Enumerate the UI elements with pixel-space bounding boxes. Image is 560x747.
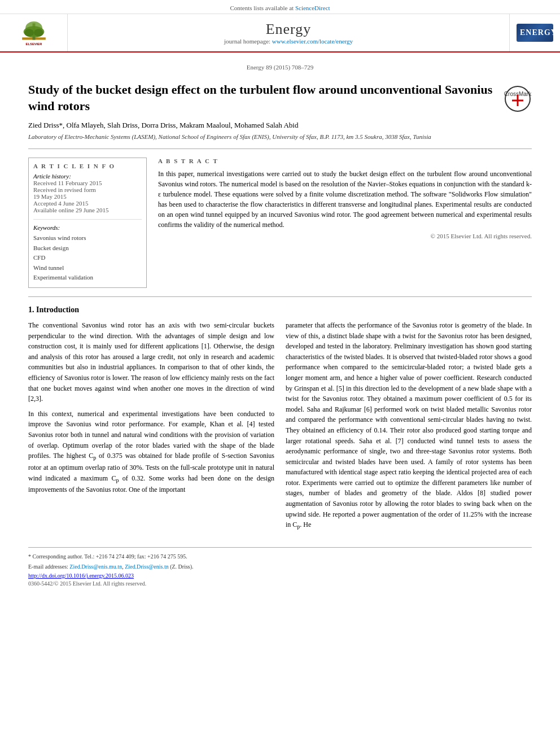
email-footnote: E-mail addresses: Zied.Driss@enis.mu.tn,… — [28, 562, 532, 571]
article-title: Study of the bucket design effect on the… — [28, 82, 495, 114]
authors-text: Zied Driss*, Olfa Mlayeh, Slah Driss, Do… — [28, 121, 298, 129]
mid-divider — [28, 296, 532, 297]
corresponding-footnote: * Corresponding author. Tel.: +216 74 27… — [28, 552, 532, 561]
revised-date: 19 May 2015 — [33, 193, 142, 200]
top-divider — [28, 148, 532, 149]
corresponding-label: * Corresponding author. Tel.: +216 74 27… — [28, 553, 187, 560]
intro-para-1: The conventional Savonius wind rotor has… — [28, 320, 274, 404]
article-info-box: A R T I C L E I N F O Article history: R… — [28, 158, 147, 288]
article-info-col: A R T I C L E I N F O Article history: R… — [28, 158, 147, 288]
svg-point-4 — [24, 29, 34, 36]
history-label: Article history: — [33, 173, 142, 180]
article-title-section: Study of the bucket design effect on the… — [28, 82, 532, 115]
elsevier-tree-icon: ELSEVIER — [17, 19, 51, 47]
abstract-box: A B S T R A C T In this paper, numerical… — [158, 158, 532, 239]
intro-heading: 1. Introduction — [28, 305, 532, 314]
abstract-col: A B S T R A C T In this paper, numerical… — [158, 158, 532, 288]
journal-top-bar: Contents lists available at ScienceDirec… — [0, 3, 560, 14]
keywords-section: Keywords: Savonius wind rotors Bucket de… — [33, 219, 142, 283]
article-authors: Zied Driss*, Olfa Mlayeh, Slah Driss, Do… — [28, 121, 532, 130]
email-label: E-mail addresses: — [28, 563, 68, 570]
keyword-4: Wind tunnel — [33, 263, 142, 273]
article-footer: * Corresponding author. Tel.: +216 74 27… — [28, 547, 532, 591]
intro-body: The conventional Savonius wind rotor has… — [28, 320, 532, 536]
svg-text:ELSEVIER: ELSEVIER — [25, 42, 42, 46]
abstract-copyright: © 2015 Elsevier Ltd. All rights reserved… — [158, 233, 532, 239]
energy-badge-text: ENERGY — [520, 28, 550, 37]
keyword-1: Savonius wind rotors — [33, 233, 142, 243]
intro-number: 1. Introduction — [28, 305, 79, 314]
elsevier-logo: ELSEVIER — [17, 19, 51, 47]
energy-badge: ENERGY — [517, 24, 553, 42]
issn-line: 0360-5442/© 2015 Elsevier Ltd. All right… — [28, 580, 532, 587]
doi-link[interactable]: http://dx.doi.org/10.1016/j.energy.2015.… — [28, 573, 134, 579]
crossmark-icon: CrossMark — [504, 85, 532, 113]
journal-middle: ELSEVIER Energy journal homepage: www.el… — [0, 14, 560, 51]
journal-center: Energy journal homepage: www.elsevier.co… — [68, 14, 509, 51]
journal-header: Contents lists available at ScienceDirec… — [0, 0, 560, 53]
received-date: Received 11 February 2015 — [33, 180, 142, 186]
abstract-text: In this paper, numerical investigations … — [158, 169, 532, 230]
revised-label: Received in revised form — [33, 186, 142, 193]
article-content: Energy 89 (2015) 708–729 Study of the bu… — [0, 53, 560, 602]
homepage-url[interactable]: www.elsevier.com/locate/energy — [272, 38, 353, 45]
intro-para-2: In this context, numerical and experimen… — [28, 409, 274, 495]
homepage-label: journal homepage: — [224, 38, 270, 45]
email-suffix: (Z. Driss). — [170, 563, 193, 570]
keywords-title: Keywords: — [33, 224, 142, 231]
journal-title: Energy — [266, 21, 312, 38]
doi-line: http://dx.doi.org/10.1016/j.energy.2015.… — [28, 573, 532, 579]
crossmark-logo: CrossMark — [504, 85, 532, 115]
contents-label: Contents lists available at — [230, 5, 294, 11]
sciencedirect-link[interactable]: ScienceDirect — [295, 5, 330, 11]
email-1[interactable]: Zied.Driss@enis.mu.tn — [69, 563, 122, 570]
article-affiliation: Laboratory of Electro-Mechanic Systems (… — [28, 133, 532, 140]
svg-point-5 — [34, 29, 43, 36]
journal-homepage: journal homepage: www.elsevier.com/locat… — [224, 38, 353, 45]
intro-col-left: The conventional Savonius wind rotor has… — [28, 320, 274, 536]
journal-badge-container: ENERGY — [509, 14, 560, 51]
article-info-abstract: A R T I C L E I N F O Article history: R… — [28, 158, 532, 288]
elsevier-logo-container: ELSEVIER — [0, 14, 68, 51]
intro-para-3: parameter that affects the performance o… — [286, 320, 532, 531]
accepted-date: Accepted 4 June 2015 — [33, 200, 142, 207]
keyword-5: Experimental validation — [33, 273, 142, 283]
abstract-title: A B S T R A C T — [158, 158, 532, 164]
email-2[interactable]: Zied.Driss@enis.tn — [125, 563, 169, 570]
article-citation: Energy 89 (2015) 708–729 — [28, 64, 532, 75]
intro-col-right: parameter that affects the performance o… — [286, 320, 532, 536]
keyword-2: Bucket design — [33, 243, 142, 254]
article-info-title: A R T I C L E I N F O — [33, 163, 142, 169]
online-date: Available online 29 June 2015 — [33, 207, 142, 213]
keyword-3: CFD — [33, 253, 142, 263]
intro-section: 1. Introduction The conventional Savoniu… — [28, 305, 532, 536]
